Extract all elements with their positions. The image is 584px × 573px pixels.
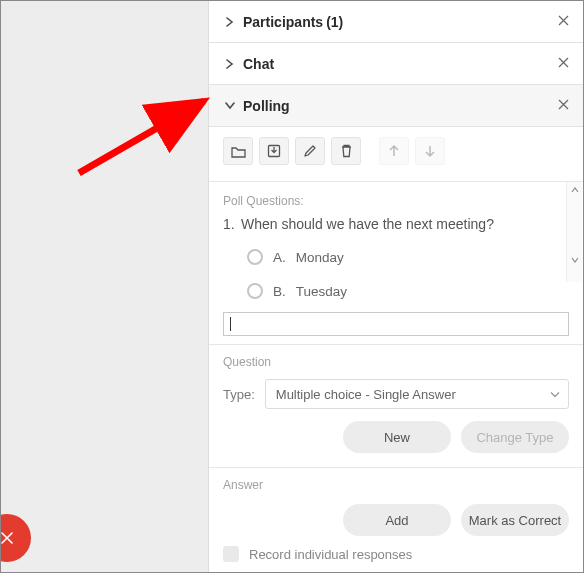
delete-icon[interactable] <box>331 137 361 165</box>
question-type-value: Multiple choice - Single Answer <box>276 387 456 402</box>
change-type-button: Change Type <box>461 421 569 453</box>
type-label: Type: <box>223 387 255 402</box>
annotation-arrow <box>69 93 219 183</box>
scroll-down-icon[interactable] <box>567 252 582 267</box>
polling-title: Polling <box>243 98 290 114</box>
participants-title: Participants <box>243 14 323 30</box>
question-number: 1. <box>223 216 241 232</box>
edit-icon[interactable] <box>295 137 325 165</box>
poll-questions-label: Poll Questions: <box>209 182 583 214</box>
radio-icon[interactable] <box>247 283 263 299</box>
move-up-icon <box>379 137 409 165</box>
question-text: When should we have the next meeting? <box>241 216 494 232</box>
answer-text: Tuesday <box>296 284 347 299</box>
answer-row[interactable]: B. Tuesday <box>247 274 569 308</box>
chevron-down-icon <box>223 102 237 110</box>
chevron-right-icon <box>223 17 237 27</box>
answer-section-label: Answer <box>223 478 569 492</box>
checkbox-icon[interactable] <box>223 546 239 562</box>
participants-header[interactable]: Participants (1) <box>209 1 583 43</box>
record-responses-label: Record individual responses <box>249 547 412 562</box>
scroll-up-icon[interactable] <box>567 182 582 197</box>
question-row[interactable]: 1. When should we have the next meeting? <box>209 214 583 240</box>
polling-body: Poll Questions: 1. When should we have t… <box>209 127 583 572</box>
answer-label: B. <box>273 284 286 299</box>
radio-icon[interactable] <box>247 249 263 265</box>
question-section-label: Question <box>223 355 569 369</box>
side-panel: Participants (1) Chat Polling <box>208 1 583 572</box>
move-down-icon <box>415 137 445 165</box>
add-answer-button[interactable]: Add <box>343 504 451 536</box>
answer-section: Answer Add Mark as Correct Record indivi… <box>209 467 583 572</box>
record-responses-row[interactable]: Record individual responses <box>223 546 569 562</box>
new-answer-input[interactable] <box>223 312 569 336</box>
scrollbar[interactable] <box>566 182 582 282</box>
close-icon[interactable] <box>554 94 573 117</box>
answer-text: Monday <box>296 250 344 265</box>
question-type-select[interactable]: Multiple choice - Single Answer <box>265 379 569 409</box>
new-question-button[interactable]: New <box>343 421 451 453</box>
answers-list: A. Monday B. Tuesday <box>209 240 583 308</box>
svg-line-1 <box>79 101 204 173</box>
chat-header[interactable]: Chat <box>209 43 583 85</box>
polling-header[interactable]: Polling <box>209 85 583 127</box>
answer-label: A. <box>273 250 286 265</box>
mark-correct-button[interactable]: Mark as Correct <box>461 504 569 536</box>
participants-count: (1) <box>326 14 343 30</box>
chevron-right-icon <box>223 59 237 69</box>
polling-toolbar <box>209 127 583 182</box>
close-icon[interactable] <box>554 52 573 75</box>
chevron-down-icon <box>550 387 560 402</box>
chat-title: Chat <box>243 56 274 72</box>
question-section: Question Type: Multiple choice - Single … <box>209 344 583 467</box>
close-icon[interactable] <box>554 10 573 33</box>
close-meeting-button[interactable] <box>0 514 31 562</box>
open-icon[interactable] <box>223 137 253 165</box>
answer-row[interactable]: A. Monday <box>247 240 569 274</box>
text-caret <box>230 317 231 331</box>
questions-area: Poll Questions: 1. When should we have t… <box>209 182 583 336</box>
save-icon[interactable] <box>259 137 289 165</box>
